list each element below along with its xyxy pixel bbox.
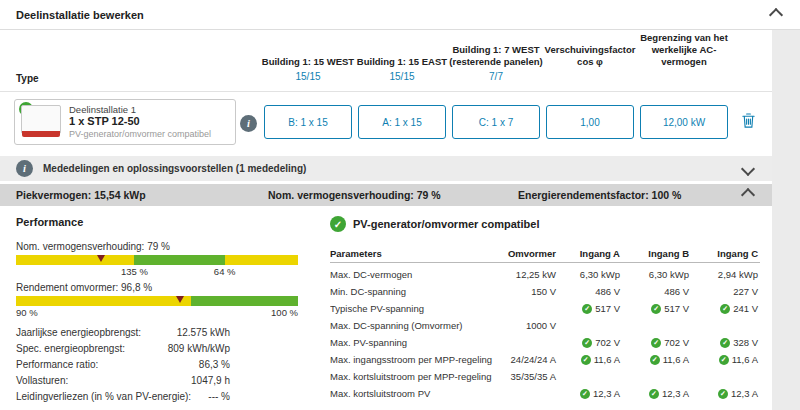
edit-subinstallation-panel: Deelinstallatie bewerken Type Building 1… (0, 0, 800, 410)
table-row: Max. kortsluitstroom PV ✓12,3 A ✓12,3 A … (330, 385, 760, 402)
delete-button[interactable] (739, 110, 758, 134)
table-row: Max. PV-spanning ✓702 V ✓702 V ✓328 V (330, 334, 760, 351)
gauge-marker (176, 296, 184, 303)
check-icon: ✓ (330, 216, 346, 232)
peak-power: Piekvermogen: 15,54 kWp (16, 189, 268, 201)
chevron-up-icon (769, 7, 783, 21)
module-count: 15/15 (389, 71, 414, 84)
check-icon: ✓ (582, 304, 592, 314)
page-gutter (772, 30, 800, 410)
chevron-down-icon (741, 161, 755, 175)
column-header-string-b: Building 1: 15 WEST 15/15 (264, 56, 352, 84)
check-icon: ✓ (581, 355, 591, 365)
power-ratio-gauge: Nom. vermogensverhouding: 79 % 135 % 64 … (16, 241, 316, 279)
summary-collapse-button[interactable] (740, 187, 756, 203)
type-column-label: Type (0, 73, 240, 84)
panel-body: Type Building 1: 15 WEST 15/15 Building … (0, 30, 772, 410)
column-headers: Type Building 1: 15 WEST 15/15 Building … (0, 30, 772, 92)
page-title: Deelinstallatie bewerken (16, 9, 144, 21)
module-count: 7/7 (489, 71, 503, 84)
table-row: Typische PV-spanning ✓517 V ✓517 V ✓241 … (330, 300, 760, 317)
column-header-cos-phi: Verschuivingsfactor cos φ (546, 44, 634, 84)
inverter-row: ✓ Deelinstallatie 1 1 x STP 12-50 PV-gen… (0, 92, 772, 154)
stat-row: Leidingverliezen (in % van PV-energie): … (16, 388, 230, 404)
table-row: Max. ingangsstroom per MPP-regeling 24/2… (330, 351, 760, 368)
stat-row: Jaarlijkse energieopbrengst: 12.575 kWh (16, 324, 230, 340)
compatibility-status: PV-generator/omvormer compatibel (69, 129, 211, 140)
gauge-bar (16, 255, 298, 265)
compatibility-panel: ✓ PV-generator/omvormer compatibel Param… (316, 214, 760, 410)
details-section: Performance Nom. vermogensverhouding: 79… (0, 206, 772, 410)
summary-bar: Piekvermogen: 15,54 kWp Nom. vermogensve… (0, 184, 772, 206)
table-row: Max. DC-spanning (Omvormer) 1000 V (330, 317, 760, 334)
cos-phi-field[interactable]: 1,00 (546, 105, 634, 139)
gauge-marker (97, 255, 105, 262)
stat-row: Performance ratio: 86,3 % (16, 356, 230, 372)
check-icon: ✓ (649, 389, 659, 399)
ac-limit-field[interactable]: 12,00 kW (640, 105, 728, 139)
compatibility-title: PV-generator/omvormer compatibel (353, 218, 539, 230)
string-b-field[interactable]: B: 1 x 15 (264, 105, 352, 139)
gauge-bar (16, 296, 298, 306)
energy-efficiency-factor: Energierendementsfactor: 100 % (518, 189, 740, 201)
column-header-ac-limit: Begrenzing van het werkelijke AC-vermoge… (640, 32, 728, 84)
column-header-string-a: Building 1: 15 EAST 15/15 (358, 56, 446, 84)
string-c-field[interactable]: C: 1 x 7 (452, 105, 540, 139)
gauge-zone (16, 296, 191, 306)
subinstallation-name: Deelinstallatie 1 (69, 104, 211, 116)
string-a-field[interactable]: A: 1 x 15 (358, 105, 446, 139)
check-icon: ✓ (582, 338, 592, 348)
messages-bar[interactable]: i Mededelingen en oplossingsvoorstellen … (0, 156, 772, 181)
performance-stats: Jaarlijkse energieopbrengst: 12.575 kWh … (16, 324, 316, 404)
module-count: 15/15 (295, 71, 320, 84)
inverter-efficiency-gauge: Rendement omvormer: 96,8 % 90 % 100 % (16, 282, 316, 320)
inverter-model: 1 x STP 12-50 (69, 115, 211, 129)
messages-expand-button[interactable] (740, 161, 756, 177)
check-icon: ✓ (720, 304, 730, 314)
chevron-up-icon (741, 188, 755, 202)
messages-label: Mededelingen en oplossingsvoorstellen (1… (43, 163, 306, 174)
stat-row: Vollasturen: 1047,9 h (16, 372, 230, 388)
gauge-zone (16, 255, 134, 265)
performance-title: Performance (16, 216, 316, 228)
table-header-row: Parameters Omvormer Ingang A Ingang B In… (330, 244, 760, 263)
gauge-zone (191, 296, 298, 306)
inverter-card[interactable]: ✓ Deelinstallatie 1 1 x STP 12-50 PV-gen… (14, 99, 236, 145)
panel-titlebar: Deelinstallatie bewerken (0, 0, 800, 30)
check-icon: ✓ (651, 304, 661, 314)
trash-icon (741, 112, 756, 129)
nominal-power-ratio: Nom. vermogensverhouding: 79 % (268, 189, 518, 201)
check-icon: ✓ (718, 389, 728, 399)
check-icon: ✓ (580, 389, 590, 399)
column-header-string-c: Building 1: 7 WEST (resterende panelen) … (452, 44, 540, 84)
table-row: Max. DC-vermogen 12,25 kW 6,30 kWp 6,30 … (330, 266, 760, 283)
table-row: Min. DC-spanning 150 V 486 V 486 V 227 V (330, 283, 760, 300)
gauge-zone (134, 255, 224, 265)
stat-row: Spec. energieopbrengst: 809 kWh/kWp (16, 340, 230, 356)
performance-panel: Performance Nom. vermogensverhouding: 79… (16, 214, 316, 410)
gauge-zone (225, 255, 298, 265)
check-icon: ✓ (720, 338, 730, 348)
info-icon: i (16, 160, 33, 177)
check-icon: ✓ (651, 338, 661, 348)
inverter-image (21, 105, 61, 139)
check-icon: ✓ (719, 355, 729, 365)
panel-collapse-button[interactable] (768, 7, 784, 23)
table-row: Max. kortsluitstroom per MPP-regeling 35… (330, 368, 760, 385)
info-icon[interactable]: i (240, 115, 257, 132)
check-icon: ✓ (650, 355, 660, 365)
